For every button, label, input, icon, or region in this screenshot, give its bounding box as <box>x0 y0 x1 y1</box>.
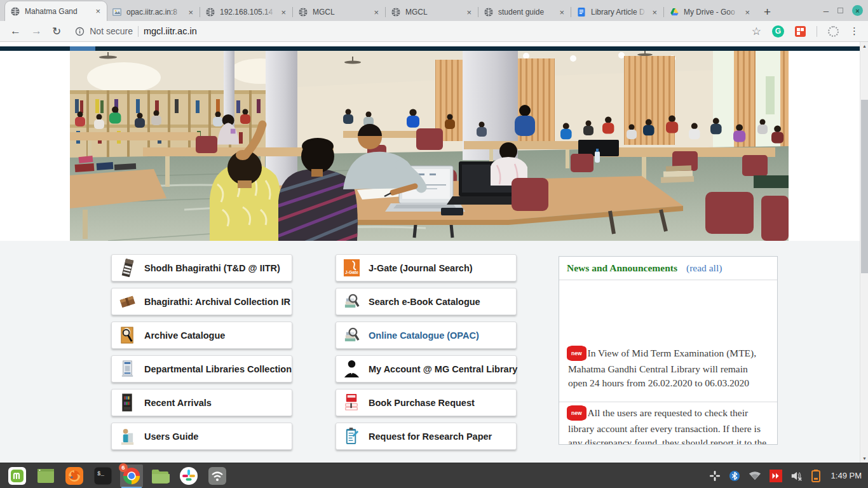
tab-mgcl-1[interactable]: MGCL × <box>293 3 385 21</box>
google-docs-favicon-icon <box>576 7 587 17</box>
book-search-icon <box>343 326 360 344</box>
toolbar-right: ☆ G ⋮ <box>752 25 859 38</box>
show-desktop-button[interactable] <box>34 464 57 487</box>
forward-button[interactable]: → <box>31 25 42 37</box>
tab-mgcl-2[interactable]: MGCL × <box>386 3 478 21</box>
link-button-book-purchase[interactable]: Book Purchase Request <box>336 389 517 416</box>
window-maximize-button[interactable] <box>837 8 843 13</box>
terminal-launcher[interactable]: $_ <box>92 464 114 487</box>
window-close-button[interactable]: × <box>852 5 863 16</box>
globe-favicon-icon <box>298 7 308 17</box>
tab-student-guide[interactable]: student guide × <box>478 3 571 21</box>
link-button-departmental-libraries[interactable]: Departmental Libraries Collection <box>111 355 292 383</box>
extension-grid-icon[interactable] <box>795 26 806 37</box>
page-scrollbar[interactable]: ▲ ▼ <box>860 42 868 463</box>
departmental-kiosk-icon <box>119 360 136 378</box>
tab-close-icon[interactable]: × <box>465 8 473 17</box>
link-button-shodh-bhagirathi[interactable]: Shodh Bhagirathi (T&D @ IITR) <box>111 254 292 281</box>
link-button-label: J-Gate (Journal Search) <box>369 263 473 273</box>
grammarly-extension-icon[interactable]: G <box>772 25 784 37</box>
omnibox-separator <box>138 26 139 37</box>
tab-close-icon[interactable]: × <box>651 8 658 17</box>
archive-parcel-icon <box>119 292 136 311</box>
link-button-jgate[interactable]: J-Gate J-Gate (Journal Search) <box>336 254 517 281</box>
tab-close-icon[interactable]: × <box>558 8 566 17</box>
archive-catalogue-icon <box>119 326 136 344</box>
tab-close-icon[interactable]: × <box>187 8 194 17</box>
recent-arrivals-shelf-icon <box>119 393 136 412</box>
news-item[interactable]: newIn View of Mid Term Examination (MTE)… <box>559 342 777 396</box>
book-purchase-icon <box>343 393 360 412</box>
tab-title: My Drive - Goo <box>684 8 739 17</box>
link-button-label: Bhagirathi: Archival Collection IR <box>144 297 290 307</box>
link-button-bhagirathi-archival[interactable]: Bhagirathi: Archival Collection IR <box>111 288 292 315</box>
new-badge: new <box>568 405 585 421</box>
svg-text:$_: $_ <box>97 471 104 477</box>
link-button-my-account[interactable]: My Account @ MG Central Library <box>336 355 517 383</box>
firefox-launcher[interactable] <box>63 464 86 487</box>
news-read-all-link[interactable]: (read all) <box>686 262 722 274</box>
address-bar[interactable]: Not secure mgcl.iitr.ac.in <box>75 26 197 37</box>
tab-title: 192.168.105.14 <box>220 8 275 17</box>
tab-opac[interactable]: opac.iitr.ac.in:8 × <box>107 3 200 21</box>
network-settings-launcher[interactable] <box>206 464 229 487</box>
back-button[interactable]: ← <box>10 25 21 37</box>
slack-launcher[interactable] <box>177 464 200 487</box>
link-button-opac[interactable]: Online Catalogue (OPAC) <box>336 322 517 349</box>
tab-close-icon[interactable]: × <box>372 8 380 17</box>
firefox-icon <box>65 466 84 485</box>
globe-favicon-icon <box>205 7 215 17</box>
link-button-label: Departmental Libraries Collection <box>144 364 292 374</box>
file-manager-launcher[interactable] <box>149 464 172 487</box>
desktop-screen: Mahatma Gand × opac.iitr.ac.in:8 × 192.1… <box>0 0 868 488</box>
folder-icon <box>151 468 170 484</box>
anydesk-tray-icon[interactable] <box>770 470 782 482</box>
url-text[interactable]: mgcl.iitr.ac.in <box>144 26 197 36</box>
slack-tray-icon[interactable] <box>709 470 721 482</box>
tab-ip-address[interactable]: 192.168.105.14 × <box>200 3 292 21</box>
security-label: Not secure <box>90 26 133 36</box>
browser-menu-icon[interactable]: ⋮ <box>850 25 859 37</box>
extension-circle-icon[interactable] <box>828 26 839 37</box>
bluetooth-tray-icon[interactable] <box>729 470 740 482</box>
reload-button[interactable]: ↻ <box>52 25 61 38</box>
tab-title: MGCL <box>405 8 461 17</box>
scrollbar-thumb[interactable] <box>861 100 868 273</box>
tab-library-article[interactable]: Library Article D × <box>571 3 663 21</box>
window-controls: – × <box>824 0 863 21</box>
tab-close-icon[interactable]: × <box>94 6 102 16</box>
browser-toolbar: ← → ↻ Not secure mgcl.iitr.ac.in ☆ G ⋮ <box>0 21 868 42</box>
mint-menu-button[interactable] <box>6 464 29 487</box>
tab-close-icon[interactable]: × <box>743 8 751 17</box>
scroll-down-arrow[interactable]: ▼ <box>860 454 868 463</box>
battery-tray-icon[interactable] <box>811 470 820 482</box>
tab-close-icon[interactable]: × <box>280 8 287 17</box>
link-button-users-guide[interactable]: Users Guide <box>111 423 292 450</box>
wifi-tray-icon[interactable] <box>749 471 761 481</box>
book-search-icon <box>343 292 360 311</box>
bookmark-star-icon[interactable]: ☆ <box>752 25 761 38</box>
new-tab-button[interactable]: + <box>764 5 771 19</box>
window-minimize-button[interactable]: – <box>824 6 829 15</box>
tab-mgcl-home[interactable]: Mahatma Gand × <box>5 1 107 21</box>
taskbar: $_ 6 1:49 PM <box>0 463 868 488</box>
taskbar-clock[interactable]: 1:49 PM <box>831 471 862 480</box>
link-button-ebook-catalogue[interactable]: Search e-Book Catalogue <box>336 288 517 315</box>
tab-my-drive[interactable]: My Drive - Goo × <box>664 3 756 21</box>
link-button-research-paper[interactable]: Request for Research Paper <box>336 423 517 450</box>
globe-favicon-icon <box>484 7 494 17</box>
news-item[interactable]: newAll the users are requested to check … <box>559 402 777 445</box>
page-info-icon[interactable] <box>75 27 85 36</box>
volume-muted-icon[interactable] <box>790 470 803 482</box>
link-button-recent-arrivals[interactable]: Recent Arrivals <box>111 389 292 416</box>
link-button-archive-catalogue[interactable]: Archive Catalogue <box>111 322 292 349</box>
link-button-label: Recent Arrivals <box>144 398 212 408</box>
site-nav-active-item[interactable] <box>70 46 95 51</box>
browser-tab-strip: Mahatma Gand × opac.iitr.ac.in:8 × 192.1… <box>0 0 868 21</box>
scroll-up-arrow[interactable]: ▲ <box>860 42 868 50</box>
library-hero-photo <box>70 51 789 241</box>
news-panel: News and Announcements (read all) newIn … <box>559 256 778 445</box>
account-person-icon <box>343 360 360 378</box>
tab-title: opac.iitr.ac.in:8 <box>126 8 182 17</box>
chrome-launcher[interactable]: 6 <box>120 464 143 487</box>
